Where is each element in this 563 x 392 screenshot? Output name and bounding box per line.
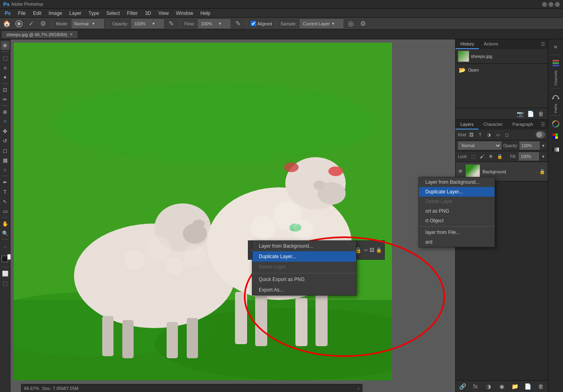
flow-dropdown[interactable]: 100% ▼ bbox=[198, 19, 230, 28]
history-brush-tool[interactable]: ↺ bbox=[1, 136, 10, 145]
layer-fx-btn[interactable]: fx bbox=[471, 382, 480, 390]
clone-tool[interactable]: ✤ bbox=[1, 127, 10, 135]
tab-layers[interactable]: Layers bbox=[456, 120, 478, 129]
color-panel-btn[interactable] bbox=[550, 118, 561, 129]
layer-new-btn[interactable]: 📄 bbox=[524, 382, 532, 390]
swatches-panel-btn[interactable] bbox=[550, 131, 561, 142]
opacity-pressure[interactable]: ✎ bbox=[167, 19, 176, 28]
ctx-delete-layer[interactable]: Delete Layer bbox=[252, 262, 356, 272]
kind-smartobj-btn[interactable]: ◻ bbox=[503, 131, 510, 138]
fill-arrow[interactable]: ▼ bbox=[541, 154, 545, 159]
opacity-input[interactable] bbox=[520, 142, 540, 150]
move-tool[interactable]: ✥ bbox=[1, 41, 10, 50]
kind-text-btn[interactable]: T bbox=[476, 131, 484, 138]
quick-mask-mode[interactable]: ⬜ bbox=[1, 269, 10, 278]
lctx-layer-from-file[interactable]: layer from File... bbox=[419, 228, 495, 237]
delete-state-btn[interactable]: 🗑 bbox=[536, 110, 545, 118]
menu-edit[interactable]: Edit bbox=[30, 10, 45, 17]
kind-adjustment-btn[interactable]: ◑ bbox=[485, 131, 493, 138]
opacity-arrow[interactable]: ▼ bbox=[541, 144, 545, 148]
canvas-area[interactable]: 👁 Background Fill: 100% 🔒 ⇨ 🖼 🔒 Layer fr… bbox=[10, 39, 455, 392]
heal-tool[interactable]: ⊕ bbox=[1, 107, 10, 116]
menu-type[interactable]: Type bbox=[85, 10, 102, 17]
ctx-quick-export[interactable]: Quick Export as PNG bbox=[252, 274, 356, 285]
layer-visibility-btn[interactable]: 👁 bbox=[458, 168, 463, 174]
aligned-checkbox[interactable] bbox=[251, 21, 256, 26]
zoom-tool[interactable]: 🔍 bbox=[1, 229, 10, 238]
mode-dropdown[interactable]: Normal ▼ bbox=[72, 19, 104, 28]
layer-delete-btn[interactable]: 🗑 bbox=[536, 382, 545, 390]
lctx-discard[interactable]: ard bbox=[419, 237, 495, 247]
flow-pressure[interactable]: ✎ bbox=[233, 19, 242, 28]
ctx-export-as[interactable]: Export As... bbox=[252, 285, 356, 295]
menu-select[interactable]: Select bbox=[103, 10, 123, 17]
tab-paragraph[interactable]: Paragraph bbox=[507, 120, 538, 129]
tab-history[interactable]: History bbox=[456, 39, 479, 49]
layer-link-btn[interactable]: 🔗 bbox=[458, 382, 467, 390]
lock-all-btn[interactable]: 🔒 bbox=[497, 153, 503, 160]
tab-character[interactable]: Character bbox=[478, 120, 507, 129]
gradients-panel-btn[interactable] bbox=[550, 144, 561, 155]
brush-preset-picker[interactable] bbox=[14, 19, 23, 28]
sample-options[interactable]: ◎ bbox=[346, 19, 355, 28]
menu-view[interactable]: View bbox=[155, 10, 172, 17]
gradient-tool[interactable]: ▦ bbox=[1, 156, 10, 164]
lasso-tool[interactable]: ⌾ bbox=[1, 63, 10, 72]
fill-input[interactable] bbox=[519, 152, 539, 160]
tool-preset-picker[interactable]: 🏠 bbox=[2, 19, 11, 28]
close-window-button[interactable] bbox=[555, 2, 560, 7]
menu-3d[interactable]: 3D bbox=[142, 10, 154, 17]
new-snapshot-btn[interactable]: 📷 bbox=[516, 110, 524, 118]
blend-mode-select[interactable]: Normal bbox=[458, 142, 501, 150]
menu-ps[interactable]: Ps bbox=[2, 10, 14, 17]
pen-tool[interactable]: ✒ bbox=[1, 178, 10, 187]
shape-tool[interactable]: ▭ bbox=[1, 207, 10, 215]
dodge-tool[interactable]: ○ bbox=[1, 165, 10, 174]
layers-panel-menu[interactable]: ☰ bbox=[538, 120, 548, 129]
adjust-icon[interactable]: ⚙ bbox=[359, 19, 367, 28]
menu-file[interactable]: File bbox=[15, 10, 29, 17]
filter-toggle[interactable] bbox=[536, 131, 545, 138]
tab-actions[interactable]: Actions bbox=[479, 39, 503, 49]
sample-dropdown[interactable]: Current Layer ▼ bbox=[300, 19, 343, 28]
menu-filter[interactable]: Filter bbox=[124, 10, 141, 17]
layer-mask-btn[interactable]: ◑ bbox=[484, 382, 493, 390]
crop-tool[interactable]: ⊡ bbox=[1, 85, 10, 94]
eraser-tool[interactable]: ◻ bbox=[1, 146, 10, 155]
kind-pixel-btn[interactable]: 🖼 bbox=[468, 131, 475, 138]
screen-mode[interactable]: ⬚ bbox=[1, 279, 10, 287]
maximize-button[interactable] bbox=[549, 2, 553, 7]
menu-image[interactable]: Image bbox=[45, 10, 65, 17]
lctx-export-png[interactable]: ort as PNG bbox=[419, 206, 495, 216]
eyedropper-tool[interactable]: ✏ bbox=[1, 95, 10, 104]
panel-expand-btn[interactable]: » bbox=[550, 41, 561, 52]
menu-layer[interactable]: Layer bbox=[66, 10, 85, 17]
kind-shape-btn[interactable]: ▭ bbox=[494, 131, 501, 138]
lctx-layer-from-bg[interactable]: Layer from Background... bbox=[419, 177, 495, 187]
menu-help[interactable]: Help bbox=[197, 10, 214, 17]
lock-image-btn[interactable]: 🖌 bbox=[479, 153, 485, 160]
type-tool[interactable]: T bbox=[1, 187, 10, 196]
history-item-open[interactable]: 📂 Open bbox=[457, 66, 546, 74]
hand-tool[interactable]: ✋ bbox=[1, 219, 10, 228]
minimize-button[interactable] bbox=[542, 2, 547, 7]
history-panel-menu[interactable]: ☰ bbox=[538, 39, 548, 49]
menu-window[interactable]: Window bbox=[173, 10, 196, 17]
brush-tool[interactable]: ⌗ bbox=[1, 117, 10, 126]
doc-tab-close[interactable]: ✕ bbox=[70, 32, 73, 37]
extra-tools[interactable]: … bbox=[1, 241, 10, 250]
marquee-tool[interactable]: ⬚ bbox=[1, 53, 10, 62]
lctx-delete-layer[interactable]: Delete Layer bbox=[419, 197, 495, 206]
document-tab[interactable]: sheeps.jpg @ 66,7% (RGB/8#) ✕ bbox=[2, 31, 78, 38]
paths-panel-btn[interactable] bbox=[550, 91, 561, 102]
lock-transparent-btn[interactable]: ⬚ bbox=[470, 153, 476, 160]
ctx-duplicate-layer[interactable]: Duplicate Layer... bbox=[252, 251, 356, 262]
quick-select-tool[interactable]: ✦ bbox=[1, 73, 10, 82]
lock-position-btn[interactable]: ✥ bbox=[488, 153, 494, 160]
opacity-dropdown[interactable]: 100% ▼ bbox=[132, 19, 164, 28]
brush-options-check[interactable]: ✓ bbox=[27, 19, 35, 28]
layer-group-btn[interactable]: 📁 bbox=[510, 382, 519, 390]
path-select-tool[interactable]: ↖ bbox=[1, 197, 10, 206]
brush-settings[interactable]: ⚙ bbox=[39, 19, 47, 28]
lctx-duplicate-layer[interactable]: Duplicate Layer... bbox=[419, 187, 495, 197]
